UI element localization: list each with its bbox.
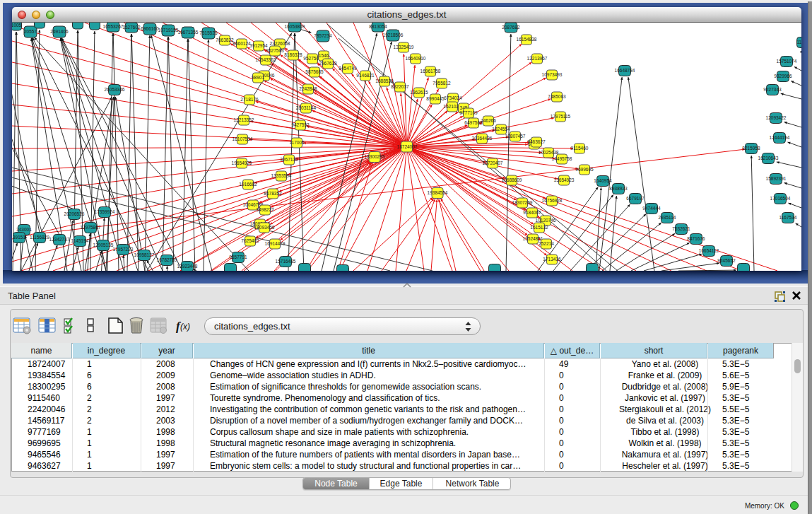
svg-text:746266: 746266 — [481, 118, 496, 123]
svg-text:2691406: 2691406 — [50, 29, 69, 34]
svg-text:7515526: 7515526 — [199, 30, 218, 35]
svg-text:16756928: 16756928 — [542, 198, 563, 203]
svg-text:6966160: 6966160 — [141, 26, 159, 31]
svg-text:10654112: 10654112 — [699, 248, 719, 253]
svg-text:9527503: 9527503 — [266, 48, 284, 53]
svg-text:16107534: 16107534 — [233, 136, 253, 141]
svg-text:252214: 252214 — [539, 241, 554, 246]
svg-text:8678352: 8678352 — [264, 191, 282, 196]
svg-text:10719155: 10719155 — [158, 28, 179, 33]
svg-text:10553267: 10553267 — [103, 24, 124, 29]
svg-text:1362615: 1362615 — [410, 90, 428, 95]
svg-text:15751074: 15751074 — [777, 59, 797, 64]
svg-text:9777109: 9777109 — [459, 110, 478, 115]
svg-text:8990445: 8990445 — [426, 96, 445, 101]
svg-text:12213352: 12213352 — [234, 117, 254, 122]
svg-text:9699695: 9699695 — [575, 167, 594, 172]
svg-text:20206526: 20206526 — [64, 211, 85, 216]
svg-text:9427552: 9427552 — [291, 122, 310, 127]
svg-text:16914479: 16914479 — [265, 241, 286, 246]
svg-text:23226058: 23226058 — [270, 41, 290, 46]
svg-text:18307249: 18307249 — [512, 200, 533, 205]
svg-text:13325419: 13325419 — [394, 45, 414, 49]
svg-text:26053346: 26053346 — [105, 87, 125, 92]
svg-text:12975867: 12975867 — [81, 225, 101, 230]
svg-text:1167534: 1167534 — [779, 215, 797, 220]
svg-text:16154838: 16154838 — [517, 37, 537, 42]
svg-text:9329966: 9329966 — [774, 74, 792, 78]
svg-text:2718176: 2718176 — [240, 97, 259, 102]
svg-text:8215958: 8215958 — [742, 146, 760, 151]
svg-text:10958127: 10958127 — [134, 252, 155, 257]
svg-text:8322037: 8322037 — [391, 84, 409, 89]
svg-text:9474444: 9474444 — [642, 206, 661, 211]
svg-text:18093456: 18093456 — [254, 225, 275, 230]
svg-text:(x): (x) — [180, 322, 190, 332]
svg-text:19384554: 19384554 — [428, 190, 448, 195]
svg-text:16648784: 16648784 — [615, 68, 635, 73]
svg-text:19654925: 19654925 — [232, 160, 252, 165]
svg-text:1916682: 1916682 — [239, 182, 257, 187]
svg-text:16640910: 16640910 — [406, 56, 426, 61]
svg-text:9115460: 9115460 — [571, 146, 589, 151]
svg-text:17975115: 17975115 — [551, 114, 571, 119]
svg-text:17957223: 17957223 — [113, 247, 134, 252]
svg-text:12342737: 12342737 — [49, 237, 70, 242]
svg-text:8471676: 8471676 — [687, 236, 705, 241]
svg-text:3267130: 3267130 — [280, 157, 298, 162]
svg-text:1588520: 1588520 — [375, 78, 394, 83]
svg-text:16782759: 16782759 — [157, 257, 177, 262]
svg-text:20557: 20557 — [24, 29, 37, 34]
svg-text:12213967: 12213967 — [527, 56, 548, 61]
svg-text:20364436: 20364436 — [472, 136, 493, 141]
svg-text:7632621: 7632621 — [672, 226, 690, 231]
svg-text:10807457: 10807457 — [505, 134, 526, 139]
svg-text:2935114: 2935114 — [659, 215, 676, 220]
svg-text:13654923: 13654923 — [554, 177, 575, 182]
svg-text:9146821: 9146821 — [356, 73, 375, 78]
svg-text:7857234: 7857234 — [314, 33, 332, 38]
svg-text:7485063: 7485063 — [548, 94, 566, 99]
svg-text:9463627: 9463627 — [527, 139, 546, 144]
svg-text:1824554: 1824554 — [492, 127, 510, 132]
svg-text:12905135: 12905135 — [93, 243, 114, 247]
svg-text:19524851: 19524851 — [523, 236, 543, 241]
svg-text:8454749: 8454749 — [339, 66, 357, 71]
svg-text:9657791: 9657791 — [229, 255, 247, 259]
svg-text:98901: 98901 — [252, 75, 264, 80]
svg-text:1615132: 1615132 — [530, 225, 548, 230]
svg-text:14495758: 14495758 — [552, 156, 572, 161]
svg-text:28031144: 28031144 — [296, 105, 317, 110]
svg-text:343001: 343001 — [16, 227, 32, 232]
svg-text:10025438: 10025438 — [539, 150, 559, 155]
svg-text:1145194: 1145194 — [71, 238, 89, 243]
svg-text:2967638: 2967638 — [319, 61, 337, 66]
svg-text:17359924: 17359924 — [95, 209, 115, 214]
svg-text:15892391: 15892391 — [766, 176, 787, 181]
svg-text:16671355: 16671355 — [178, 30, 199, 35]
svg-text:16210643: 16210643 — [758, 156, 779, 160]
svg-text:8660124: 8660124 — [233, 41, 251, 46]
svg-text:3912954: 3912954 — [249, 43, 268, 48]
svg-text:15716485: 15716485 — [276, 259, 296, 264]
svg-text:8186328: 8186328 — [284, 52, 302, 57]
svg-text:1713436: 1713436 — [543, 257, 561, 262]
svg-text:2242848: 2242848 — [299, 86, 317, 91]
svg-text:1005: 1005 — [12, 23, 22, 28]
svg-text:8813054: 8813054 — [369, 24, 387, 29]
svg-text:1640954: 1640954 — [594, 178, 612, 183]
svg-text:39151: 39151 — [13, 235, 25, 240]
svg-text:17016504: 17016504 — [770, 196, 791, 201]
svg-text:11156829: 11156829 — [30, 235, 49, 240]
svg-text:1527602: 1527602 — [122, 25, 141, 30]
svg-text:9184067: 9184067 — [523, 210, 541, 215]
svg-text:1546: 1546 — [319, 53, 329, 58]
svg-text:7955812: 7955812 — [433, 81, 451, 86]
svg-text:2087682: 2087682 — [502, 25, 520, 30]
svg-text:13353594: 13353594 — [271, 173, 292, 178]
svg-text:9245652: 9245652 — [717, 258, 736, 263]
svg-text:19218506: 19218506 — [383, 33, 404, 37]
svg-text:7663822: 7663822 — [216, 37, 234, 42]
svg-text:16961758: 16961758 — [420, 69, 441, 74]
svg-text:12093422: 12093422 — [766, 115, 787, 120]
